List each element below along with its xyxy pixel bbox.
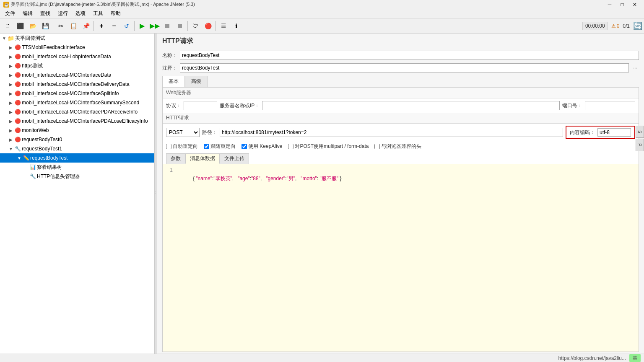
tree-toggle-root[interactable]: ▼ [2,36,7,41]
new-button[interactable]: 🗋 [2,20,13,32]
tree-item-6[interactable]: ▶ 🔴 mobil_interfaceLocal-MCCInterfaceSum… [0,98,157,107]
list-view-button[interactable]: ☰ [218,20,229,32]
cb-browser-compat[interactable]: 与浏览器兼容的头 [374,143,421,150]
tree-item-2[interactable]: ▶ 🔴 https测试 [0,61,157,70]
tab-basic[interactable]: 基本 [162,76,185,87]
tree-toggle-4[interactable]: ▶ [8,82,13,87]
path-input[interactable] [220,128,563,137]
tab-advanced[interactable]: 高级 [185,76,208,87]
tree-item-1[interactable]: ▶ 🔴 mobil_interfaceLocal-LobpInterfaceDa… [0,52,157,61]
menu-bar: 文件 编辑 查找 运行 选项 工具 帮助 [0,9,644,18]
name-input[interactable] [180,51,639,60]
cb-follow-redirect-input[interactable] [204,144,209,149]
stop-button[interactable]: ⏹ [161,20,173,32]
maximize-button[interactable]: □ [616,0,628,9]
side-btn-1[interactable]: S [636,126,644,138]
sub-tab-params[interactable]: 参数 [166,153,185,164]
port-label: 端口号： [562,102,582,109]
tree-root[interactable]: ▼ 📁 美孚回传测试 [0,34,157,43]
lang-button[interactable]: 英 [629,354,641,362]
tree-item-12[interactable]: ▼ ✏️ requestBodyTest [0,153,157,163]
method-select[interactable]: POST GET PUT DELETE [166,128,200,137]
tree-toggle-11[interactable]: ▼ [8,146,13,151]
cb-auto-redirect-input[interactable] [166,144,171,149]
cb-multipart-input[interactable] [288,144,293,149]
refresh-button[interactable]: ↺ [121,20,132,32]
menu-tools[interactable]: 工具 [90,9,106,18]
minimize-button[interactable]: ─ [604,0,615,9]
tree-item-8[interactable]: ▶ 🔴 mobil_interfaceLocal-MCCInterfacePDA… [0,116,157,126]
code-area[interactable]: 1 { "name":"李换英", "age":"88", "gender":"… [163,164,639,352]
tree-item-5[interactable]: ▶ 🔴 mobil_interfaceLocal-MCCInterfaceSpl… [0,89,157,98]
checkbox-row: 自动重定向 跟随重定向 使用 KeepAlive 对POST使用multipar… [163,141,639,152]
copy-button[interactable]: 📋 [68,20,79,32]
tree-item-3[interactable]: ▶ 🔴 mobil_interfaceLocal-MCCInterfaceDat… [0,70,157,80]
menu-options[interactable]: 选项 [72,9,89,18]
sub-tabs-bar: 参数 消息体数据 文件上传 [163,152,639,164]
tree-toggle-9[interactable]: ▶ [8,128,13,133]
sub-tab-body[interactable]: 消息体数据 [185,153,220,164]
tree-toggle-1[interactable]: ▶ [8,54,13,59]
tree-item-11[interactable]: ▼ 🔧 requestBodyTest1 [0,144,157,153]
sub-tab-files[interactable]: 文件上传 [220,153,249,164]
tree-toggle-12[interactable]: ▼ [17,155,22,160]
side-btn-2[interactable]: P [636,139,644,151]
sync-button[interactable]: 🔄 [633,21,642,31]
tree-item-9[interactable]: ▶ 🔴 monitorWeb [0,126,157,135]
cut-button[interactable]: ✂ [55,20,67,32]
tree-toggle-8[interactable]: ▶ [8,119,13,124]
port-input[interactable] [585,101,635,110]
title-bar: ☕ 美孚回传测试.jmx (D:\java\apache-jmeter-5.3\… [0,0,644,9]
close-button[interactable]: ✕ [629,0,641,9]
server-input[interactable] [262,101,560,110]
tree-item-10[interactable]: ▶ 🔴 requestBodyTest0 [0,135,157,144]
menu-run[interactable]: 运行 [55,9,71,18]
tree-toggle-7[interactable]: ▶ [8,109,13,114]
tree-toggle-5[interactable]: ▶ [8,91,13,96]
tree-item-7[interactable]: ▶ 🔴 mobil_interfaceLocal-MCCInterfacePDA… [0,107,157,116]
paste-button[interactable]: 📌 [80,20,92,32]
start-no-pause-button[interactable]: ▶▶ [149,20,161,32]
tree-toggle-0[interactable]: ▶ [8,45,13,50]
cb-keepalive[interactable]: 使用 KeepAlive [242,143,282,150]
tree-button[interactable]: 🔴 [202,20,214,32]
shutdown-button[interactable]: ⏹ [174,20,186,32]
remove-button[interactable]: − [108,20,120,32]
tree-item-4[interactable]: ▶ 🔴 mobil_interfaceLocal-MCCInterfaceDel… [0,80,157,89]
cb-multipart-label: 对POST使用multipart / form-data [295,143,369,150]
tree-toggle-3[interactable]: ▶ [8,72,13,78]
cb-browser-compat-input[interactable] [374,144,380,149]
tree-label-13: 察看结果树 [37,164,62,171]
cb-multipart[interactable]: 对POST使用multipart / form-data [288,143,369,150]
panel-title: HTTP请求 [157,34,644,49]
tree-toggle-10[interactable]: ▶ [8,137,13,142]
template-button[interactable]: 🛡 [190,20,201,32]
recent-button[interactable]: 📂 [27,20,39,32]
line-num-1: 1 [166,166,173,191]
cb-auto-redirect[interactable]: 自动重定向 [166,143,198,150]
cb-keepalive-input[interactable] [242,144,247,149]
start-button[interactable]: ▶ [136,20,148,32]
info-button[interactable]: ℹ [230,20,242,32]
protocol-input[interactable] [184,101,217,110]
menu-search[interactable]: 查找 [37,9,54,18]
menu-file[interactable]: 文件 [2,9,18,18]
tree-toggle-6[interactable]: ▶ [8,100,13,105]
encoding-input[interactable] [597,128,631,137]
comment-input[interactable] [180,63,629,72]
cb-follow-redirect[interactable]: 跟随重定向 [204,143,236,150]
ellipsis-button[interactable]: ··· [631,65,639,71]
http-icon-6: 🔴 [14,99,21,106]
menu-edit[interactable]: 编辑 [19,9,36,18]
left-panel-resizer[interactable]: ··· [154,34,157,354]
tree-item-0[interactable]: ▶ 🔴 TTSMobilFeedbackInterface [0,43,157,52]
menu-help[interactable]: 帮助 [107,9,124,18]
cb-browser-compat-label: 与浏览器兼容的头 [381,143,421,150]
add-button[interactable]: + [96,20,107,32]
save-button[interactable]: 💾 [39,20,51,32]
open-button[interactable]: ⬛ [14,20,26,32]
status-url: https://blog.csdn.net/java2liu... [558,355,626,361]
tree-item-14[interactable]: ▶ 🔧 HTTP信息头管理器 [0,172,157,181]
tree-item-13[interactable]: ▶ 📊 察看结果树 [0,163,157,172]
tree-toggle-2[interactable]: ▶ [8,63,13,68]
